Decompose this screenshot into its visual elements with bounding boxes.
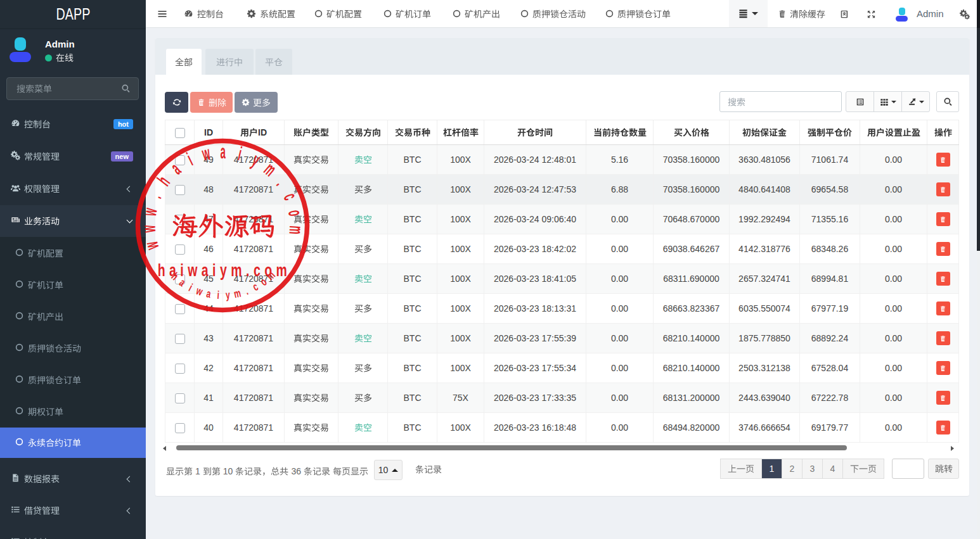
svg-text:m: m — [233, 286, 242, 300]
svg-text:y: y — [249, 149, 264, 171]
svg-text:i: i — [184, 149, 196, 170]
svg-text:a: a — [167, 158, 184, 179]
svg-text:i: i — [217, 288, 220, 301]
svg-text:.: . — [243, 284, 250, 297]
svg-text:y: y — [225, 288, 231, 301]
svg-text:c: c — [250, 280, 261, 293]
svg-text:a: a — [221, 141, 226, 163]
svg-text:c: c — [280, 190, 302, 203]
svg-text:w: w — [139, 239, 163, 253]
svg-text:.: . — [273, 174, 292, 189]
svg-text:o: o — [284, 208, 307, 218]
svg-text:haiwaiym.com: haiwaiym.com — [158, 261, 292, 280]
svg-text:m: m — [285, 225, 307, 235]
svg-text:w: w — [194, 284, 204, 298]
svg-text:w: w — [138, 206, 161, 218]
svg-text:.: . — [145, 190, 165, 201]
svg-text:w: w — [138, 224, 160, 233]
svg-text:w: w — [200, 142, 212, 165]
svg-text:i: i — [187, 281, 195, 293]
svg-text:a: a — [205, 287, 212, 300]
svg-text:h: h — [153, 172, 174, 189]
svg-text:i: i — [236, 143, 244, 164]
svg-text:m: m — [260, 158, 280, 181]
